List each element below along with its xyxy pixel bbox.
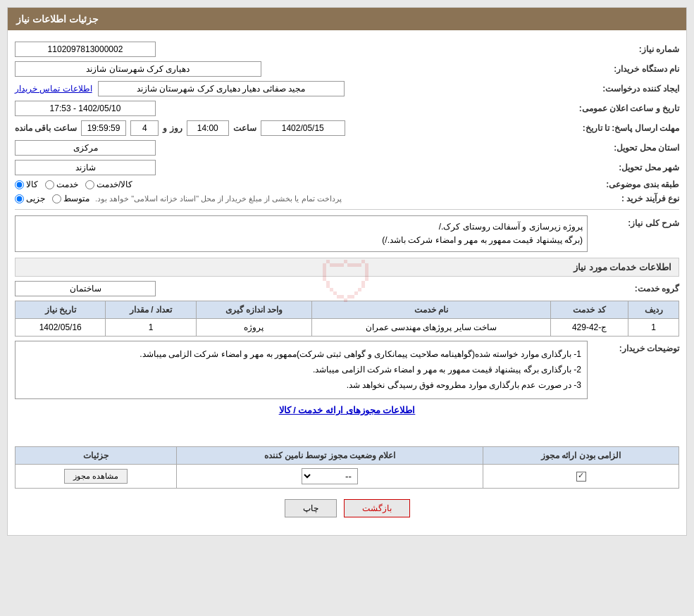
description-label: شرح کلی نیاز: [588, 215, 679, 228]
creator-row: ایجاد کننده درخواست: مجید صفائی دهیار ده… [15, 81, 679, 96]
deadline-label: مهلت ارسال پاسخ: تا تاریخ: [577, 123, 679, 133]
services-section-title: اطلاعات خدمات مورد نیاز [15, 258, 679, 277]
category-option-service-label: خدمت [56, 180, 78, 189]
city-label: شهر محل تحویل: [588, 163, 679, 172]
page-title: جزئیات اطلاعات نیاز [16, 13, 99, 25]
process-radio-group: متوسط جزیی [15, 194, 89, 203]
need-number-label: شماره نیاز: [588, 44, 679, 54]
need-number-value: 1102097813000002 [15, 42, 156, 57]
category-radio-group: کالا/خدمت خدمت کالا [15, 180, 132, 189]
process-radio-minor[interactable] [15, 194, 24, 203]
category-radio-service[interactable] [45, 180, 54, 189]
license-section-title[interactable]: اطلاعات مجوزهای ارائه خدمت / کالا [279, 405, 416, 415]
main-container: جزئیات اطلاعات نیاز 🛡 شماره نیاز: 110209… [7, 7, 687, 536]
cell-license-status: -- [176, 465, 483, 489]
col-license-details: جزئیات [16, 447, 177, 465]
category-option-goods-services-label: کالا/خدمت [97, 180, 132, 189]
col-license-status: اعلام وضعیت مجوز توسط نامین کننده [176, 447, 483, 465]
process-row: نوع فرآیند خرید : پرداخت تمام یا بخشی از… [15, 194, 679, 203]
cell-service-name: ساخت سایر پروژهای مهندسی عمران [312, 319, 551, 337]
publish-date-label: تاریخ و ساعت اعلان عمومی: [574, 103, 679, 113]
category-option-goods-services: کالا/خدمت [85, 180, 132, 189]
process-option-medium-label: متوسط [63, 194, 89, 203]
cell-row-num: 1 [628, 319, 679, 337]
page-wrapper: جزئیات اطلاعات نیاز 🛡 شماره نیاز: 110209… [0, 0, 694, 616]
deadline-remaining-label: ساعت باقی مانده [15, 123, 77, 133]
buyer-notes-label: توضیحات خریدار: [588, 341, 679, 353]
col-need-date: تاریخ نیاز [16, 301, 106, 319]
col-service-name: نام خدمت [312, 301, 551, 319]
license-required-checkbox[interactable] [576, 472, 586, 482]
cell-service-code: ج-42-429 [550, 319, 628, 337]
process-option-medium: متوسط [52, 194, 89, 203]
buyer-org-row: نام دستگاه خریدار: دهیاری کرک شهرستان شا… [15, 61, 679, 77]
category-option-goods: کالا [15, 180, 38, 189]
publish-date-row: تاریخ و ساعت اعلان عمومی: 1402/05/10 - 1… [15, 101, 679, 116]
divider-1 [15, 209, 679, 210]
creator-value: مجید صفائی دهیار دهیاری کرک شهرستان شازن… [98, 81, 345, 96]
category-row: طبقه بندی موضوعی: کالا/خدمت خدمت کالا [15, 180, 679, 189]
license-header-row: الزامی بودن ارائه مجوز اعلام وضعیت مجوز … [16, 447, 679, 465]
category-label: طبقه بندی موضوعی: [588, 180, 679, 189]
deadline-time-label: ساعت [233, 123, 256, 133]
content-area: 🛡 شماره نیاز: 1102097813000002 نام دستگا… [8, 30, 686, 535]
service-table: ردیف کد خدمت نام خدمت واحد اندازه گیری ت… [15, 301, 679, 337]
table-row: -- مشاهده مجوز [16, 465, 679, 489]
service-group-label: گروه خدمت: [588, 284, 679, 294]
license-table: الزامی بودن ارائه مجوز اعلام وضعیت مجوز … [15, 446, 679, 489]
col-row-num: ردیف [628, 301, 679, 319]
cell-unit: پروژه [196, 319, 311, 337]
deadline-days-label: روز و [163, 123, 182, 133]
back-button[interactable]: بازگشت [344, 499, 410, 517]
city-row: شهر محل تحویل: شازند [15, 160, 679, 175]
publish-date-value: 1402/05/10 - 17:53 [15, 101, 156, 116]
description-box: پروژه زیرسازی و آسفالت روستای کرک./ (برگ… [15, 215, 588, 252]
deadline-days: 4 [130, 120, 159, 136]
process-label: نوع فرآیند خرید : [588, 194, 679, 203]
cell-license-required [483, 465, 679, 489]
province-label: استان محل تحویل: [588, 143, 679, 153]
print-button[interactable]: چاپ [285, 499, 337, 517]
description-line2: (برگه پیشنهاد قیمت ممهور به مهر و امضاء … [20, 234, 583, 247]
license-status-select[interactable]: -- [302, 468, 358, 484]
buyer-note-2: 2- بارگذاری برگه پیشنهاد قیمت ممهور به م… [21, 363, 581, 378]
col-license-required: الزامی بودن ارائه مجوز [483, 447, 679, 465]
col-service-code: کد خدمت [550, 301, 628, 319]
category-radio-goods-services[interactable] [85, 180, 94, 189]
view-license-button[interactable]: مشاهده مجوز [64, 469, 128, 484]
service-group-row: گروه خدمت: ساختمان [15, 281, 679, 296]
table-row: 1 ج-42-429 ساخت سایر پروژهای مهندسی عمرا… [16, 319, 679, 337]
description-row: شرح کلی نیاز: پروژه زیرسازی و آسفالت روس… [15, 215, 679, 252]
page-header: جزئیات اطلاعات نیاز [8, 8, 686, 30]
cell-license-details: مشاهده مجوز [16, 465, 177, 489]
contact-link[interactable]: اطلاعات تماس خریدار [15, 84, 92, 94]
buyer-org-value: دهیاری کرک شهرستان شازند [15, 61, 261, 77]
city-value: شازند [15, 160, 156, 175]
process-note: پرداخت تمام یا بخشی از مبلغ خریدار از مح… [95, 194, 342, 203]
spacer [15, 421, 679, 442]
category-option-goods-label: کالا [26, 180, 38, 189]
service-group-value: ساختمان [15, 281, 156, 296]
province-row: استان محل تحویل: مرکزی [15, 140, 679, 156]
deadline-row: مهلت ارسال پاسخ: تا تاریخ: 1402/05/15 سا… [15, 120, 679, 136]
col-unit: واحد اندازه گیری [196, 301, 311, 319]
cell-quantity: 1 [106, 319, 196, 337]
deadline-time: 14:00 [187, 120, 229, 136]
buyer-org-label: نام دستگاه خریدار: [588, 64, 679, 74]
cell-need-date: 1402/05/16 [16, 319, 106, 337]
buyer-notes-box: 1- بارگذاری موارد خواسته شده(گواهینامه ص… [15, 341, 588, 399]
bottom-buttons: بازگشت چاپ [15, 499, 679, 517]
category-radio-goods[interactable] [15, 180, 24, 189]
deadline-date: 1402/05/15 [261, 120, 345, 136]
service-table-header-row: ردیف کد خدمت نام خدمت واحد اندازه گیری ت… [16, 301, 679, 319]
province-value: مرکزی [15, 140, 156, 156]
creator-label: ایجاد کننده درخواست: [588, 84, 679, 94]
category-option-service: خدمت [45, 180, 78, 189]
process-radio-medium[interactable] [52, 194, 61, 203]
col-quantity: تعداد / مقدار [106, 301, 196, 319]
buyer-notes-row: توضیحات خریدار: 1- بارگذاری موارد خواسته… [15, 341, 679, 399]
description-line1: پروژه زیرسازی و آسفالت روستای کرک./ [20, 220, 583, 234]
need-number-row: شماره نیاز: 1102097813000002 [15, 42, 679, 57]
process-option-minor: جزیی [15, 194, 45, 203]
buyer-note-1: 1- بارگذاری موارد خواسته شده(گواهینامه ص… [21, 347, 581, 363]
